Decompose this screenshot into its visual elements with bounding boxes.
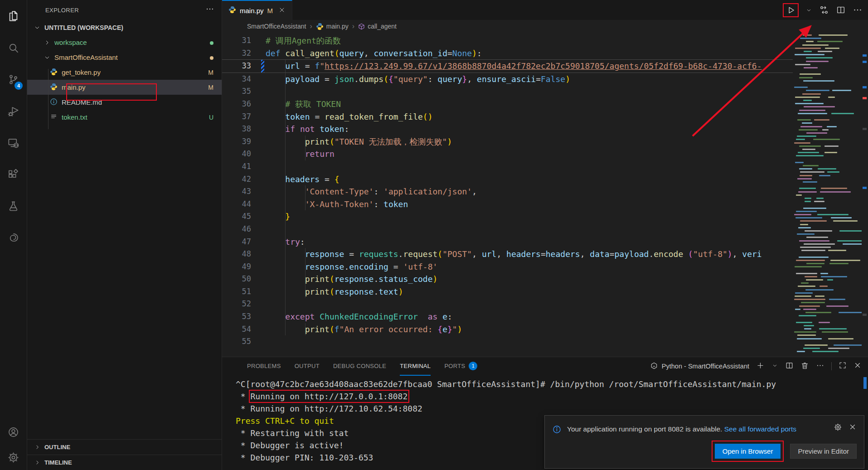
close-panel-icon[interactable] — [853, 361, 862, 371]
notification-settings-gear-icon[interactable] — [834, 423, 842, 433]
code-token: ( — [383, 74, 388, 84]
minimap-mark — [797, 136, 816, 137]
section-outline[interactable]: OUTLINE — [27, 439, 222, 455]
activity-testing-icon[interactable] — [0, 190, 27, 222]
tab-mainpy[interactable]: main.py M — [222, 0, 292, 20]
code-token: ) — [447, 137, 452, 146]
code-token: = — [300, 61, 315, 71]
breadcrumb-item[interactable]: call_agent — [358, 23, 397, 30]
activity-bar-bottom — [0, 419, 27, 470]
more-actions-icon[interactable] — [853, 5, 863, 15]
tree-item-SmartOfficeAssistant[interactable]: SmartOfficeAssistant — [27, 50, 222, 65]
tree-item-token.txt[interactable]: token.txtU — [27, 110, 222, 125]
activity-run-debug-icon[interactable] — [0, 95, 27, 127]
forwarded-ports-link[interactable]: See all forwarded ports — [724, 425, 796, 433]
panel-tab-debug-console[interactable]: DEBUG CONSOLE — [333, 357, 386, 376]
panel-tab-ports[interactable]: PORTS1 — [444, 357, 477, 376]
panel-tab-label: PROBLEMS — [247, 363, 281, 369]
tree-item-main.py[interactable]: main.pyM — [27, 80, 222, 95]
line-content — [266, 160, 868, 173]
code-token: text — [378, 287, 398, 296]
panel-more-actions-icon[interactable] — [816, 361, 824, 372]
kill-terminal-icon[interactable] — [800, 361, 809, 372]
preview-in-editor-button[interactable]: Preview in Editor — [790, 444, 857, 459]
minimap-mark — [833, 220, 858, 222]
run-dropdown-icon[interactable] — [805, 7, 812, 14]
breadcrumb-item[interactable]: main.py — [316, 23, 349, 30]
activity-bar: 4 — [0, 0, 27, 470]
minimap-mark — [795, 309, 800, 310]
activity-source-control-icon[interactable]: 4 — [0, 63, 27, 95]
split-terminal-icon[interactable] — [785, 361, 794, 372]
line-number: 42 — [222, 173, 261, 186]
code-line-35: 35 — [222, 85, 868, 98]
close-tab-icon[interactable] — [278, 6, 286, 15]
terminal-scrollbar[interactable] — [863, 377, 867, 389]
minimap-mark — [795, 64, 810, 65]
tree-item-workspace[interactable]: workspace — [27, 35, 222, 50]
line-content — [266, 223, 868, 236]
indent-guide — [285, 310, 286, 323]
code-token: " — [320, 61, 325, 71]
code-token: # 调用Agent的函数 — [266, 36, 341, 45]
activity-remote-explorer-icon[interactable] — [0, 127, 27, 159]
activity-extensions-icon[interactable] — [0, 159, 27, 190]
code-line-43: 43 'Content-Type': 'application/json', — [222, 185, 868, 198]
new-terminal-icon[interactable] — [756, 361, 765, 372]
notification-close-icon[interactable] — [849, 423, 857, 433]
activity-settings-gear-icon[interactable] — [0, 445, 27, 470]
code-token: f — [315, 61, 320, 71]
breadcrumb-label: SmartOfficeAssistant — [247, 23, 306, 30]
close-icon — [849, 423, 857, 431]
activity-explorer-icon[interactable] — [0, 0, 27, 32]
section-timeline[interactable]: TIMELINE — [27, 455, 222, 470]
minimap-mark — [797, 334, 816, 336]
code-token: payload — [266, 74, 320, 84]
code-token: json — [335, 74, 354, 84]
code-line-47: 47 try: — [222, 236, 868, 248]
tree-item-README.md[interactable]: README.md — [27, 95, 222, 110]
minimap-mark — [795, 103, 824, 104]
chevron-right-icon — [44, 39, 51, 46]
code-line-50: 50 print(response.status_code) — [222, 273, 868, 286]
terminal-dropdown-icon[interactable] — [771, 362, 778, 371]
code-token: { — [437, 325, 442, 334]
panel-tab-problems[interactable]: PROBLEMS — [247, 357, 281, 376]
open-changes-icon[interactable] — [819, 5, 829, 15]
activity-search-icon[interactable] — [0, 32, 27, 63]
tree-item-get_token.py[interactable]: get_token.pyM — [27, 65, 222, 80]
activity-spiral-extension-icon[interactable] — [0, 222, 27, 254]
terminal-profile[interactable]: Python - SmartOfficeAssistant — [650, 362, 749, 371]
code-token: . — [373, 274, 378, 284]
code-line-46: 46 — [222, 223, 868, 236]
activity-account-icon[interactable] — [0, 419, 27, 445]
panel-tab-terminal[interactable]: TERMINAL — [400, 357, 431, 376]
code-editor[interactable]: 31# 调用Agent的函数32def call_agent(query, co… — [222, 33, 868, 357]
more-actions-icon[interactable] — [205, 5, 214, 15]
tree-root-workspace[interactable]: UNTITLED (WORKSPACE) — [27, 20, 222, 35]
open-in-browser-button[interactable]: Open in Browser — [715, 444, 781, 459]
activity-bar-top: 4 — [0, 0, 27, 254]
code-token: . — [344, 262, 349, 271]
line-content: print(response.status_code) — [266, 273, 868, 286]
split-editor-icon[interactable] — [836, 5, 846, 15]
minimap-mark — [831, 217, 852, 218]
minimap-mark — [800, 171, 824, 173]
code-token: : — [344, 124, 349, 134]
indent-guide — [285, 98, 286, 111]
breadcrumb-item[interactable]: SmartOfficeAssistant — [247, 23, 306, 30]
panel-tab-output[interactable]: OUTPUT — [295, 357, 320, 376]
run-button[interactable] — [786, 5, 796, 15]
indent-guide — [285, 123, 286, 136]
code-token: e — [442, 325, 447, 334]
minimap[interactable] — [793, 33, 862, 357]
code-token: ( — [330, 325, 335, 334]
ruler-mark — [863, 61, 867, 63]
git-status-badge: M — [208, 84, 213, 91]
tab-modified-badge: M — [267, 7, 273, 15]
minimap-mark — [828, 348, 849, 349]
maximize-panel-icon[interactable] — [839, 361, 847, 371]
terminal-line: * Running on http://172.10.62.54:8082 — [236, 402, 868, 415]
minimap-mark — [795, 48, 821, 49]
gutter-space — [261, 298, 266, 310]
